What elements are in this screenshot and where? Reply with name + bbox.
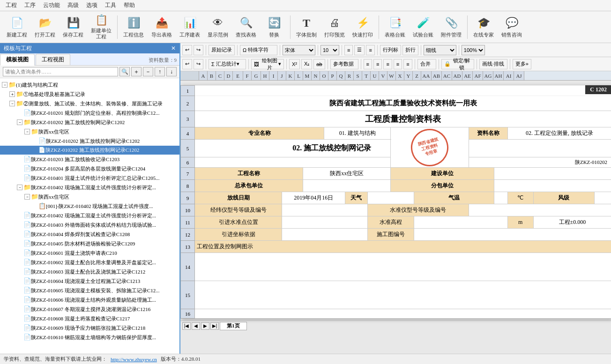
tree-item-6[interactable]: 📄 陕ZKZ-010202 施工放线控制网记录C1202 [0,136,179,146]
merge-button[interactable]: 合并 [417,59,436,69]
menu-item-advanced[interactable]: 高级 [64,0,82,10]
intro-water-value[interactable] [282,216,367,229]
tree-item-16[interactable]: 📄 陕ZKZ-010404 焊条焊剂复试检查记录C1208 [0,230,179,239]
expand-12[interactable]: － [24,194,30,200]
col-AI[interactable]: AI [504,71,514,80]
col-D[interactable]: D [224,71,233,80]
tree-item-15[interactable]: 📄 陕ZKZ-010403 外墙饰面砖实体或试件粘结力现场试验... [0,220,179,230]
tree-item-14[interactable]: 📄 陕ZKZ-010402 现场施工混凝土试件强度统计分析评定... [0,211,179,220]
lock-button[interactable]: 🔒 锁定/解锁 [441,59,474,69]
print-preview-button[interactable]: 🖨 打印预览 [321,14,348,41]
strikethrough-button[interactable]: ab [313,59,325,69]
fold-button[interactable]: 折行 [402,45,418,55]
table-ledger-button[interactable]: 📑 表格台账 [382,14,408,41]
col-T[interactable]: T [362,71,371,80]
col-M[interactable]: M [303,71,312,80]
tree-item-3[interactable]: 📄 陕ZKZ-010201 规划部门的定位坐标、高程控制摘录C12... [0,108,179,118]
col-AE[interactable]: AE [462,71,473,80]
col-E[interactable]: E [233,71,243,80]
tree-item-27[interactable]: 📄 陕ZKZ-010610 钢筋混凝土墙细构等力钢筋保护层厚度... [0,333,179,342]
col-P[interactable]: P [328,71,337,80]
tree-item-13[interactable]: 📋 [001]-陕ZKZ-010402 现场施工混凝土试件强度... [0,201,179,211]
row15-content[interactable] [195,281,611,309]
row-label-button[interactable]: 行列标 [380,45,401,55]
tree-item-12[interactable]: － 📁 陕西xx住宅区 [0,192,179,201]
col-X[interactable]: X [396,71,404,80]
special-char-button[interactable]: Ω 特殊字符 [240,45,277,55]
ref-data-button[interactable]: 参考数据 [330,59,358,69]
new-unit-project-button[interactable]: 📋 新建单位工程 [88,14,114,41]
col-S[interactable]: S [354,71,362,80]
font-size-select[interactable]: 10 [320,45,339,55]
align-left-button[interactable]: ≡ [344,45,353,55]
col-L[interactable]: L [295,71,303,80]
new-project-button[interactable]: 📄 新建工程 [4,14,30,41]
project-value-cell[interactable]: 陕西xx住宅区 [303,168,391,180]
test-ledger-button[interactable]: 🧪 试验台账 [410,14,436,41]
col-V[interactable]: V [379,71,387,80]
tree-item-22[interactable]: 📄 陕ZKZ-010605 现浇混凝土模板安装、拆除施工记录C12... [0,286,179,295]
align-btn-1[interactable]: ≡ [364,59,372,69]
col-B[interactable]: B [208,71,216,80]
col-AG[interactable]: AG [483,71,493,80]
zoom-select[interactable]: 100% [462,45,485,55]
add-button[interactable]: ＋ [131,67,142,76]
col-C[interactable]: C [216,71,224,80]
tree-item-17[interactable]: 📄 陕ZKZ-010405 防水材料进场验检验记录C1209 [0,239,179,248]
build-unit-value-cell[interactable] [494,168,611,180]
align-right-button[interactable]: ≡ [366,45,374,55]
col-F[interactable]: F [243,71,252,80]
gen-contractor-value[interactable] [303,180,391,192]
redo2-button[interactable]: ↪ [194,59,203,69]
expand-root[interactable]: － [2,82,7,88]
intro-coord-value[interactable] [282,229,367,241]
col-U[interactable]: U [371,71,379,80]
export-table-button[interactable]: 📤 导出表格 [149,14,175,41]
wind-value-cell[interactable] [595,192,611,204]
col-J[interactable]: J [278,71,286,80]
open-project-button[interactable]: 📂 打开工程 [32,14,58,41]
menu-item-process[interactable]: 工序 [21,0,39,10]
original-record-button[interactable]: 原始记录 [209,45,235,55]
save-project-button[interactable]: 💾 保存工程 [60,14,86,41]
col-A[interactable]: A [199,71,208,80]
tree-item-9[interactable]: 📄 陕ZKZ-010204 多层高层的各层放线测量记录C1204 [0,164,179,173]
tree-item-8[interactable]: 📄 陕ZKZ-010203 施工放线验收记录C1203 [0,155,179,164]
find-table-button[interactable]: 🔍 查找表格 [233,14,259,41]
attachment-button[interactable]: 📎 附件管理 [438,14,464,41]
col-AB[interactable]: AB [432,71,442,80]
row16-content[interactable] [195,309,611,319]
menu-item-project[interactable]: 工程 [2,0,21,10]
weather-value-cell[interactable] [367,192,414,204]
spreadsheet-container[interactable]: C 1202 1 2 陕西省建筑工程施工质量验收技术资料统一用表 [180,81,611,354]
minus-button[interactable]: － [143,67,153,76]
menu-item-cloud[interactable]: 云功能 [39,0,64,10]
superscript-button[interactable]: X² [289,59,300,69]
project-info-button[interactable]: ℹ️ 工程信息 [120,14,147,41]
tree-item-25[interactable]: 📄 陕ZKZ-010608 混凝土坍落度检查记录C1217 [0,314,179,323]
tree-item-root[interactable]: － 📁 (1)建筑与结构工程 [0,80,179,89]
align-btn-4[interactable]: ≡ [394,59,402,69]
draw-image-button[interactable]: 🖼 绘制图片▾ [251,59,284,69]
sum-formula-button[interactable]: Σ 汇总统计▾ [209,59,246,69]
menu-item-options[interactable]: 选项 [82,0,101,10]
online-expert-button[interactable]: 🎓 在线专家 [470,14,497,41]
col-G[interactable]: G [252,71,261,80]
sheet-last-btn[interactable]: ▶| [210,322,219,330]
col-N[interactable]: N [312,71,320,80]
search-input[interactable] [3,67,118,76]
col-W[interactable]: W [387,71,396,80]
col-AC[interactable]: AC [442,71,452,80]
align-btn-3[interactable]: ≡ [383,59,392,69]
line-thickness-select[interactable]: 细线 [424,45,456,55]
tree-item-21[interactable]: 📄 陕ZKZ-010604 现浇混凝土全过程施工记录C1213 [0,276,179,286]
show-example-button[interactable]: 👁 显示范例 [205,14,231,41]
expand-11[interactable]: － [17,185,22,190]
material-value-cell[interactable]: 02. 工程定位测量, 放线记录 [507,127,611,140]
search-button[interactable]: 🔍 [119,67,130,76]
subscript-button[interactable]: X₂ [301,59,312,69]
align-btn-2[interactable]: ≡ [373,59,382,69]
drawing-num-value[interactable] [414,229,611,241]
expand-1[interactable]: ＋ [9,91,15,97]
tree-item-11[interactable]: － 📁 陕ZKZ-010402 现场施工混凝土试件强度统计分析评定... [0,183,179,192]
